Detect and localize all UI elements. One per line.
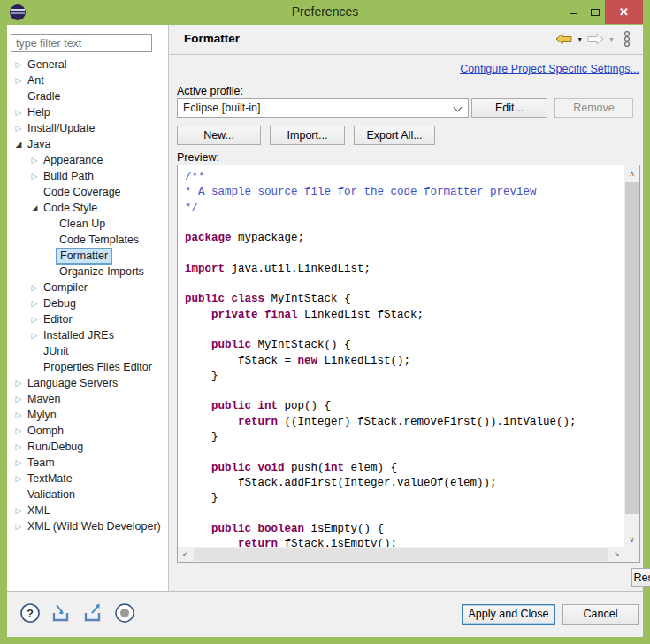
import-preferences-icon[interactable] [50, 602, 73, 626]
scroll-up-icon[interactable]: ∧ [624, 165, 639, 180]
collapsed-arrow-icon[interactable]: ▷ [12, 518, 25, 534]
collapsed-arrow-icon[interactable]: ▷ [12, 73, 25, 88]
tree-item-junit[interactable]: JUnit [7, 343, 167, 359]
horizontal-scroll-thumb[interactable] [194, 548, 608, 561]
tree-item-label: Organize Imports [57, 264, 147, 280]
formatter-page: Configure Project Specific Settings... A… [170, 56, 643, 591]
footer-bar: ? Apply and Close Cancel [7, 592, 643, 637]
code-line: public class MyIntStack { [185, 292, 624, 307]
tree-item-help[interactable]: ▷Help [7, 104, 167, 120]
collapsed-arrow-icon[interactable]: ▷ [12, 391, 25, 407]
preferences-window: Preferences – ✕ ▷General▷AntGradle▷Help▷… [0, 0, 650, 644]
tree-item-installed-jres[interactable]: ▷Installed JREs [7, 327, 167, 343]
tree-item-general[interactable]: ▷General [7, 57, 167, 73]
edit-button[interactable]: Edit... [471, 98, 547, 118]
view-menu-icon[interactable] [623, 30, 631, 48]
tree-item-code-style[interactable]: ◢Code Style [7, 200, 167, 216]
collapsed-arrow-icon[interactable]: ▷ [12, 471, 25, 487]
tree-item-label: General [25, 57, 69, 73]
tree-item-clean-up[interactable]: Clean Up [7, 216, 167, 232]
vertical-scroll-thumb[interactable] [625, 182, 639, 514]
tree-item-label: JUnit [41, 343, 71, 359]
tree-item-code-templates[interactable]: Code Templates [7, 232, 167, 248]
tree-item-label: Install/Update [25, 120, 97, 136]
help-icon[interactable]: ? [19, 602, 41, 626]
minimize-button[interactable]: – [564, 0, 584, 24]
code-pane: /*** A sample source file for the code f… [178, 165, 624, 547]
tree-item-textmate[interactable]: ▷TextMate [7, 471, 167, 487]
close-button[interactable]: ✕ [605, 0, 643, 24]
collapsed-arrow-icon[interactable]: ▷ [12, 423, 25, 439]
scroll-down-icon[interactable]: ∨ [624, 532, 639, 547]
remove-button: Remove [554, 98, 633, 118]
tree-item-build-path[interactable]: ▷Build Path [7, 168, 167, 184]
scroll-right-icon[interactable]: > [609, 547, 624, 562]
scroll-left-icon[interactable]: < [178, 547, 193, 562]
collapsed-arrow-icon[interactable]: ▷ [12, 439, 25, 455]
new-button[interactable]: New... [177, 126, 261, 145]
collapsed-arrow-icon[interactable]: ▷ [12, 104, 25, 120]
tree-item-code-coverage[interactable]: Code Coverage [7, 184, 167, 200]
tree-item-label: Code Style [41, 200, 100, 216]
active-profile-select[interactable]: Eclipse [built-in] [177, 98, 469, 118]
forward-icon[interactable] [587, 33, 604, 45]
tree-item-debug[interactable]: ▷Debug [7, 295, 167, 311]
collapsed-arrow-icon[interactable]: ▷ [28, 327, 41, 343]
collapsed-arrow-icon[interactable]: ▷ [12, 120, 25, 136]
code-line: * A sample source file for the code form… [185, 185, 624, 200]
code-line: } [185, 430, 624, 445]
tree-item-oomph[interactable]: ▷Oomph [7, 423, 167, 439]
code-line: public int pop() { [185, 399, 624, 414]
window-title: Preferences [0, 4, 650, 19]
collapsed-arrow-icon[interactable]: ▷ [12, 502, 25, 518]
tree-item-appearance[interactable]: ▷Appearance [7, 152, 167, 168]
import-button[interactable]: Import... [270, 126, 345, 145]
collapsed-arrow-icon[interactable]: ▷ [28, 168, 41, 184]
maximize-button[interactable] [585, 0, 605, 24]
preference-recorder-icon[interactable] [114, 602, 135, 626]
tree-item-ant[interactable]: ▷Ant [7, 73, 167, 88]
tree-item-organize-imports[interactable]: Organize Imports [7, 264, 167, 280]
tree-item-language-servers[interactable]: ▷Language Servers [7, 375, 167, 391]
tree-item-run-debug[interactable]: ▷Run/Debug [7, 439, 167, 455]
collapsed-arrow-icon[interactable]: ▷ [28, 311, 41, 327]
tree-item-java[interactable]: ◢Java [7, 136, 167, 152]
configure-project-settings-link[interactable]: Configure Project Specific Settings... [460, 63, 639, 75]
collapsed-arrow-icon[interactable]: ▷ [28, 152, 41, 168]
filter-input[interactable] [11, 34, 152, 52]
tree-item-formatter[interactable]: Formatter [7, 248, 167, 264]
restore-defaults-button[interactable]: Restore Defaults [631, 568, 650, 587]
expanded-arrow-icon[interactable]: ◢ [28, 200, 41, 216]
tree-item-xml-wild-web-developer-[interactable]: ▷XML (Wild Web Developer) [7, 518, 167, 534]
collapsed-arrow-icon[interactable]: ▷ [28, 280, 41, 295]
tree-item-xml[interactable]: ▷XML [7, 502, 167, 518]
expanded-arrow-icon[interactable]: ◢ [12, 136, 25, 152]
tree-item-label: Compiler [41, 280, 90, 295]
collapsed-arrow-icon[interactable]: ▷ [12, 407, 25, 423]
export-all-button[interactable]: Export All... [354, 126, 435, 145]
collapsed-arrow-icon[interactable]: ▷ [12, 57, 25, 73]
back-icon[interactable] [555, 33, 572, 45]
horizontal-scrollbar[interactable]: < > [178, 547, 624, 562]
tree-item-gradle[interactable]: Gradle [7, 88, 167, 104]
apply-and-close-button[interactable]: Apply and Close [462, 604, 555, 625]
collapsed-arrow-icon[interactable]: ▷ [12, 375, 25, 391]
tree-item-install-update[interactable]: ▷Install/Update [7, 120, 167, 136]
tree-item-mylyn[interactable]: ▷Mylyn [7, 407, 167, 423]
tree-item-validation[interactable]: Validation [7, 487, 167, 502]
tree-item-maven[interactable]: ▷Maven [7, 391, 167, 407]
back-dropdown-icon[interactable]: ▼ [576, 36, 584, 42]
tree-item-compiler[interactable]: ▷Compiler [7, 280, 167, 295]
code-line [185, 323, 624, 338]
vertical-scrollbar[interactable]: ∧ ∨ [624, 165, 639, 547]
forward-dropdown-icon[interactable]: ▼ [608, 36, 616, 42]
code-line [185, 246, 624, 261]
cancel-button[interactable]: Cancel [562, 604, 639, 625]
collapsed-arrow-icon[interactable]: ▷ [28, 295, 41, 311]
export-preferences-icon[interactable] [82, 602, 104, 626]
tree-item-editor[interactable]: ▷Editor [7, 311, 167, 327]
tree-item-properties-files-editor[interactable]: Properties Files Editor [7, 359, 167, 375]
collapsed-arrow-icon[interactable]: ▷ [12, 455, 25, 471]
code-line [185, 384, 624, 399]
tree-item-team[interactable]: ▷Team [7, 455, 167, 471]
